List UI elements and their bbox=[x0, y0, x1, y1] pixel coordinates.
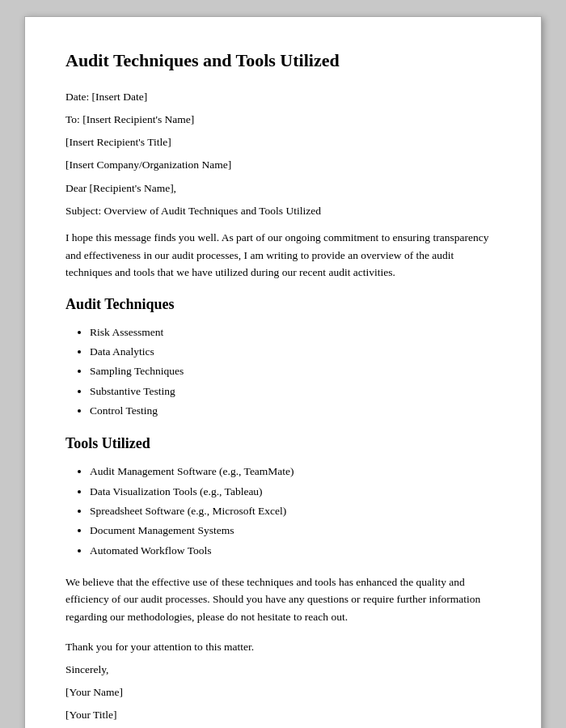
list-item: Substantive Testing bbox=[90, 382, 501, 401]
list-item: Data Analytics bbox=[90, 342, 501, 362]
document-title: Audit Techniques and Tools Utilized bbox=[65, 49, 501, 73]
list-item: Data Visualization Tools (e.g., Tableau) bbox=[90, 482, 501, 502]
list-item: Control Testing bbox=[90, 401, 501, 421]
your-title: [Your Title] bbox=[65, 707, 501, 723]
list-item: Automated Workflow Tools bbox=[90, 541, 501, 561]
dear-field: Dear [Recipient's Name], bbox=[65, 180, 501, 197]
document-container: Audit Techniques and Tools Utilized Date… bbox=[24, 16, 542, 728]
company-field: [Insert Company/Organization Name] bbox=[65, 157, 501, 173]
to-field: To: [Insert Recipient's Name] bbox=[65, 112, 501, 128]
list-item: Audit Management Software (e.g., TeamMat… bbox=[90, 462, 501, 481]
audit-techniques-heading: Audit Techniques bbox=[65, 296, 501, 313]
tools-utilized-list: Audit Management Software (e.g., TeamMat… bbox=[65, 462, 501, 560]
list-item: Spreadsheet Software (e.g., Microsoft Ex… bbox=[90, 502, 501, 521]
title-field: [Insert Recipient's Title] bbox=[65, 134, 501, 150]
list-item: Sampling Techniques bbox=[90, 362, 501, 381]
list-item: Risk Assessment bbox=[90, 323, 501, 342]
date-field: Date: [Insert Date] bbox=[65, 89, 501, 105]
your-name: [Your Name] bbox=[65, 684, 501, 700]
list-item: Document Management Systems bbox=[90, 521, 501, 540]
intro-paragraph: I hope this message finds you well. As p… bbox=[65, 229, 501, 281]
closing-paragraph: We believe that the effective use of the… bbox=[65, 574, 501, 626]
audit-techniques-list: Risk Assessment Data Analytics Sampling … bbox=[65, 323, 501, 421]
sincerely: Sincerely, bbox=[65, 662, 501, 678]
tools-utilized-heading: Tools Utilized bbox=[65, 435, 501, 452]
thank-you: Thank you for your attention to this mat… bbox=[65, 639, 501, 655]
subject-field: Subject: Overview of Audit Techniques an… bbox=[65, 203, 501, 219]
